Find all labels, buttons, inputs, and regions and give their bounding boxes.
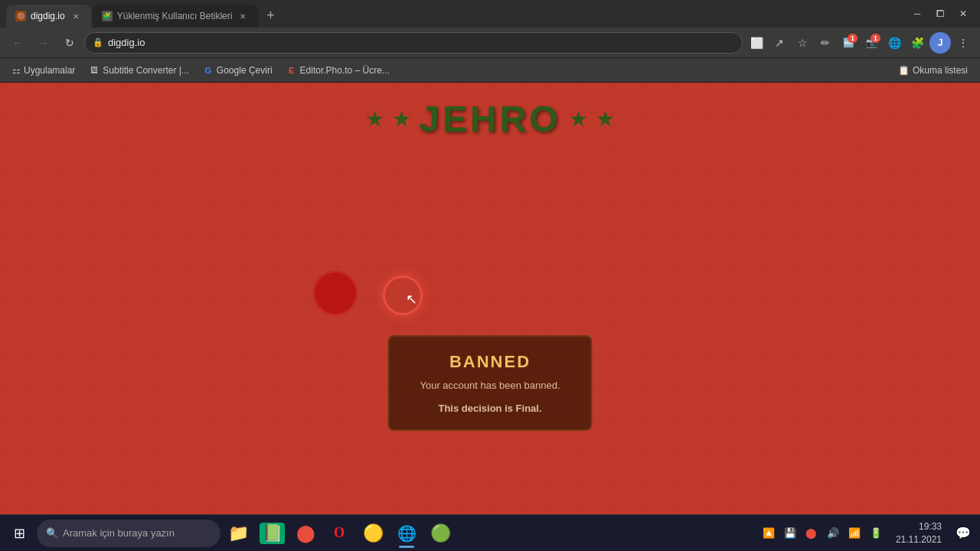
ext-badge-button[interactable]: 🔤 1 bbox=[838, 32, 859, 54]
terminal-icon: 📗 bbox=[260, 523, 285, 544]
apps-button[interactable]: ⚏ Uygulamalar bbox=[6, 64, 81, 77]
profile-button[interactable]: J bbox=[929, 32, 951, 54]
bookmark-google-label: Google Çeviri bbox=[217, 65, 273, 76]
window-controls: ─ ⧠ ✕ bbox=[906, 3, 974, 28]
page-content: ★ ★ JEHRO ★ ★ ↖ BANNED Your account has … bbox=[0, 83, 980, 514]
ban-message: Your account has been banned. bbox=[420, 380, 560, 391]
player-circle-right bbox=[383, 276, 423, 315]
bookmark-subtitle-label: Subtitle Converter |... bbox=[103, 65, 189, 76]
ext-translate-button[interactable]: 🌐 bbox=[884, 32, 905, 54]
close-button[interactable]: ✕ bbox=[952, 3, 974, 24]
tab-title-scripts: Yüklenmiş Kullanıcı Betikleri bbox=[117, 11, 233, 21]
tab-close-scripts[interactable]: ✕ bbox=[237, 10, 249, 22]
ban-final-text: This decision is Final. bbox=[420, 403, 560, 414]
reading-list-icon: 📋 bbox=[898, 65, 910, 76]
game-background bbox=[0, 83, 980, 514]
page-header: ★ ★ JEHRO ★ ★ bbox=[0, 98, 980, 140]
ext-badge-1: 1 bbox=[848, 34, 858, 43]
explorer-icon: 📁 bbox=[228, 523, 249, 543]
player-circle-left bbox=[312, 270, 358, 316]
jehro-title: JEHRO bbox=[419, 98, 560, 140]
reading-list-button[interactable]: 📋 Okuma listesi bbox=[892, 64, 974, 77]
taskbar-explorer[interactable]: 📁 bbox=[222, 517, 254, 549]
browser-frame: 🟤 digdig.io ✕ 🧩 Yüklenmiş Kullanıcı Beti… bbox=[0, 0, 980, 551]
notification-button[interactable]: 💬 bbox=[949, 520, 977, 547]
star-icon-2: ★ bbox=[392, 106, 411, 132]
system-clock[interactable]: 19:33 21.11.2021 bbox=[890, 520, 948, 546]
storage-icon[interactable]: 💾 bbox=[781, 524, 799, 543]
forward-button[interactable]: → bbox=[32, 31, 55, 54]
lock-icon: 🔒 bbox=[93, 37, 103, 47]
title-bar: 🟤 digdig.io ✕ 🧩 Yüklenmiş Kullanıcı Beti… bbox=[0, 0, 980, 28]
volume-icon[interactable]: 🔊 bbox=[824, 524, 842, 543]
apps-grid-icon: ⚏ bbox=[12, 65, 21, 76]
clock-time: 19:33 bbox=[896, 520, 942, 533]
clock-date: 21.11.2021 bbox=[896, 533, 942, 546]
taskbar-app3[interactable]: ⬤ bbox=[289, 517, 322, 549]
address-bar[interactable]: 🔒 digdig.io bbox=[84, 32, 743, 54]
taskbar-opera[interactable]: O bbox=[323, 517, 355, 549]
app5-icon: 🟡 bbox=[363, 523, 384, 543]
show-hidden-icon[interactable]: 🔼 bbox=[760, 524, 778, 543]
share-button[interactable]: ↗ bbox=[769, 32, 790, 54]
screen-share-icon[interactable]: ⬜ bbox=[746, 32, 767, 54]
bookmark-button[interactable]: ☆ bbox=[792, 32, 813, 54]
tab-scripts[interactable]: 🧩 Yüklenmiş Kullanıcı Betikleri ✕ bbox=[93, 5, 259, 28]
battery-icon[interactable]: 🔋 bbox=[867, 524, 885, 543]
search-placeholder: Aramak için buraya yazın bbox=[63, 527, 175, 539]
subtitle-converter-favicon: 🖼 bbox=[89, 65, 100, 76]
taskbar: ⊞ 🔍 Aramak için buraya yazın 📁 📗 ⬤ O 🟡 🌐… bbox=[0, 514, 980, 551]
star-icon-4: ★ bbox=[596, 106, 615, 132]
record-icon[interactable]: ⬤ bbox=[802, 524, 821, 543]
address-text: digdig.io bbox=[108, 37, 734, 48]
app7-icon: 🟢 bbox=[430, 523, 451, 543]
editor-photo-favicon: E bbox=[286, 65, 297, 76]
bookmark-editor-photo[interactable]: E Editor.Pho.to – Ücre... bbox=[280, 64, 396, 77]
bookmark-editor-label: Editor.Pho.to – Ücre... bbox=[300, 65, 390, 76]
star-icon-1: ★ bbox=[365, 106, 384, 132]
navigation-toolbar: ← → ↻ 🔒 digdig.io ⬜ ↗ ☆ ✏ 🔤 1 📷 1 🌐 🧩 J … bbox=[0, 28, 980, 58]
start-button[interactable]: ⊞ bbox=[3, 517, 35, 549]
app3-icon: ⬤ bbox=[296, 523, 315, 543]
ban-title: BANNED bbox=[420, 352, 560, 372]
star-icon-3: ★ bbox=[569, 106, 588, 132]
toolbar-icons: ⬜ ↗ ☆ ✏ 🔤 1 📷 1 🌐 🧩 J ⋮ bbox=[746, 32, 974, 54]
taskbar-chrome[interactable]: 🌐 bbox=[390, 517, 423, 549]
extensions-button[interactable]: 🧩 bbox=[906, 32, 928, 54]
tab-digdig[interactable]: 🟤 digdig.io ✕ bbox=[6, 5, 91, 28]
opera-icon: O bbox=[334, 525, 345, 541]
ext-badge-2: 1 bbox=[871, 34, 880, 43]
more-options-button[interactable]: ⋮ bbox=[952, 32, 974, 54]
edit-button[interactable]: ✏ bbox=[815, 32, 836, 54]
maximize-button[interactable]: ⧠ bbox=[929, 3, 951, 24]
chrome-icon: 🌐 bbox=[397, 524, 416, 543]
taskbar-search[interactable]: 🔍 Aramak için buraya yazın bbox=[37, 520, 220, 547]
sys-icons: 🔼 💾 ⬤ 🔊 📶 🔋 bbox=[756, 524, 888, 543]
ban-notice: BANNED Your account has been banned. Thi… bbox=[387, 335, 592, 431]
refresh-button[interactable]: ↻ bbox=[58, 31, 81, 54]
tab-favicon-digdig: 🟤 bbox=[15, 11, 26, 21]
bookmark-google-translate[interactable]: G Google Çeviri bbox=[197, 64, 279, 77]
bookmarks-bar: ⚏ Uygulamalar 🖼 Subtitle Converter |... … bbox=[0, 58, 980, 83]
new-tab-button[interactable]: + bbox=[260, 5, 281, 26]
tab-favicon-scripts: 🧩 bbox=[102, 11, 113, 21]
back-button[interactable]: ← bbox=[6, 31, 29, 54]
network-icon[interactable]: 📶 bbox=[845, 524, 864, 543]
ext-camera-button[interactable]: 📷 1 bbox=[861, 32, 882, 54]
google-translate-favicon: G bbox=[203, 65, 214, 76]
apps-label: Uygulamalar bbox=[24, 65, 75, 76]
taskbar-app5[interactable]: 🟡 bbox=[357, 517, 389, 549]
bookmark-subtitle-converter[interactable]: 🖼 Subtitle Converter |... bbox=[83, 64, 195, 77]
taskbar-terminal[interactable]: 📗 bbox=[256, 517, 288, 549]
reading-list-label: Okuma listesi bbox=[913, 65, 968, 76]
tab-title-digdig: digdig.io bbox=[31, 11, 65, 21]
minimize-button[interactable]: ─ bbox=[906, 3, 928, 24]
windows-icon: ⊞ bbox=[14, 525, 25, 542]
tab-close-digdig[interactable]: ✕ bbox=[70, 10, 82, 22]
taskbar-app7[interactable]: 🟢 bbox=[424, 517, 456, 549]
search-icon: 🔍 bbox=[46, 527, 58, 539]
